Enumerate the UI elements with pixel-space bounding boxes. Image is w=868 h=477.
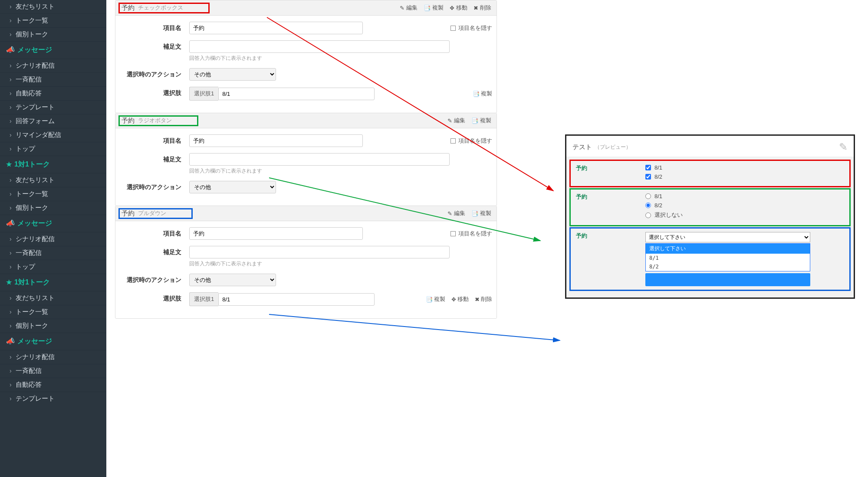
sidebar-item[interactable]: › シナリオ配信 <box>0 350 106 364</box>
sidebar-item[interactable]: › 一斉配信 <box>0 72 106 86</box>
preview-header: テスト （プレビュー） ✎ <box>566 136 854 157</box>
preview-dropdown-option[interactable]: 8/1 <box>646 254 810 262</box>
supplement-input[interactable] <box>189 40 450 53</box>
hide-item-name[interactable]: 項目名を隠す <box>450 227 492 238</box>
sidebar-section-message[interactable]: 📣メッセージ <box>0 215 106 232</box>
preview-checkbox[interactable] <box>645 165 651 170</box>
preview-field-label: 予約 <box>576 232 645 271</box>
label-supplement: 補足文 <box>120 246 189 256</box>
preview-field-label: 予約 <box>576 164 645 183</box>
checkbox-icon <box>450 138 456 144</box>
sidebar-item[interactable]: › テンプレート <box>0 392 106 405</box>
sidebar-item[interactable]: › 一斉配信 <box>0 246 106 260</box>
on-select-dropdown[interactable]: その他 <box>189 274 276 286</box>
preview-pulldown-section: 予約 選択して下さい 選択して下さい 8/1 8/2 <box>571 229 849 290</box>
panel-body: 項目名 項目名を隠す 補足文 回答入力欄の下に表示されます 選択時のアクション … <box>115 128 496 206</box>
item-name-input[interactable] <box>189 134 363 147</box>
supplement-input[interactable] <box>189 153 450 166</box>
sidebar-item[interactable]: › 自動応答 <box>0 378 106 392</box>
panel-subtitle: チェックボックス <box>138 4 183 12</box>
preview-radio[interactable] <box>645 203 651 208</box>
star-icon: ★ <box>6 160 12 168</box>
preview-dropdown-option[interactable]: 8/2 <box>646 262 810 271</box>
sidebar-item[interactable]: › トップ <box>0 142 106 156</box>
sidebar-item[interactable]: › リマインダ配信 <box>0 128 106 142</box>
choice-input[interactable] <box>218 88 375 100</box>
panel-actions: ✎編集 📑複製 <box>447 117 491 124</box>
checkbox-icon <box>450 26 456 31</box>
star-icon: ★ <box>6 278 12 286</box>
sidebar-item[interactable]: › 個別トーク <box>0 319 106 333</box>
preview-submit-button[interactable] <box>645 273 810 286</box>
copy-icon: 📑 <box>424 5 431 11</box>
sidebar-section-message[interactable]: 📣メッセージ <box>0 41 106 59</box>
label-on-select: 選択時のアクション <box>120 181 189 191</box>
chevron-right-icon: › <box>10 118 14 124</box>
move-button[interactable]: ✥移動 <box>450 4 467 12</box>
choice-delete-button[interactable]: ✖削除 <box>475 295 492 303</box>
sidebar-item[interactable]: › 個別トーク <box>0 27 106 41</box>
sidebar-item[interactable]: › トーク一覧 <box>0 305 106 319</box>
duplicate-button[interactable]: 📑複製 <box>471 117 491 124</box>
choice-input[interactable] <box>218 293 375 306</box>
supplement-input[interactable] <box>189 246 450 258</box>
pencil-icon[interactable]: ✎ <box>839 141 848 153</box>
chevron-right-icon: › <box>10 176 14 183</box>
panel-actions: ✎編集 📑複製 ✥移動 ✖削除 <box>400 4 491 12</box>
panel-subtitle: プルダウン <box>138 209 166 217</box>
duplicate-button[interactable]: 📑複製 <box>424 4 444 12</box>
choice-move-button[interactable]: ✥移動 <box>451 295 469 303</box>
delete-button[interactable]: ✖削除 <box>473 4 491 12</box>
chevron-right-icon: › <box>10 31 14 38</box>
sidebar-item[interactable]: › シナリオ配信 <box>0 232 106 246</box>
item-name-input[interactable] <box>189 22 363 34</box>
hide-item-name[interactable]: 項目名を隠す <box>450 22 492 32</box>
choice-duplicate-button[interactable]: 📑複製 <box>426 295 445 303</box>
on-select-dropdown[interactable]: その他 <box>189 181 276 193</box>
sidebar-item[interactable]: › 友だちリスト <box>0 173 106 187</box>
chevron-right-icon: › <box>10 235 14 242</box>
sidebar-item[interactable]: › 個別トーク <box>0 201 106 215</box>
sidebar-section-message[interactable]: 📣メッセージ <box>0 333 106 350</box>
chevron-right-icon: › <box>10 353 14 360</box>
preview-subtitle: （プレビュー） <box>595 144 631 151</box>
preview-select[interactable]: 選択して下さい <box>645 232 810 242</box>
label-supplement: 補足文 <box>120 40 189 51</box>
hide-item-name[interactable]: 項目名を隠す <box>450 134 492 145</box>
panel-title: 予約 <box>122 209 135 218</box>
edit-button[interactable]: ✎編集 <box>447 117 465 124</box>
chevron-right-icon: › <box>10 294 14 301</box>
preview-checkbox[interactable] <box>645 174 651 180</box>
sidebar-section-1on1[interactable]: ★1対1トーク <box>0 274 106 291</box>
panel-body: 項目名 項目名を隠す 補足文 回答入力欄の下に表示されます 選択時のアクション … <box>115 16 496 113</box>
preview-checkbox-section: 予約 8/1 8/2 <box>571 161 849 186</box>
move-icon: ✥ <box>451 296 456 303</box>
sidebar-item[interactable]: › シナリオ配信 <box>0 59 106 72</box>
sidebar-item[interactable]: › テンプレート <box>0 100 106 114</box>
sidebar-item[interactable]: › トーク一覧 <box>0 13 106 27</box>
sidebar-list: › 友だちリスト › トーク一覧 › 個別トーク 📣メッセージ › シナリオ配信… <box>0 0 106 405</box>
edit-button[interactable]: ✎編集 <box>400 4 418 12</box>
chevron-right-icon: › <box>10 322 14 329</box>
supplement-hint: 回答入力欄の下に表示されます <box>189 167 492 175</box>
sidebar-item[interactable]: › 友だちリスト <box>0 0 106 13</box>
preview-option-label: 8/1 <box>654 193 662 199</box>
copy-icon: 📑 <box>426 296 433 303</box>
sidebar-item[interactable]: › 友だちリスト <box>0 291 106 305</box>
preview-radio[interactable] <box>645 193 651 199</box>
edit-button[interactable]: ✎編集 <box>447 209 465 217</box>
on-select-dropdown[interactable]: その他 <box>189 68 276 81</box>
preview-radio[interactable] <box>645 212 651 218</box>
sidebar-item[interactable]: › トーク一覧 <box>0 187 106 201</box>
chevron-right-icon: › <box>10 131 14 138</box>
megaphone-icon: 📣 <box>6 337 15 345</box>
preview-dropdown-option[interactable]: 選択して下さい <box>646 244 810 254</box>
choice-duplicate-button[interactable]: 📑複製 <box>473 90 492 98</box>
sidebar-item[interactable]: › 一斉配信 <box>0 364 106 378</box>
duplicate-button[interactable]: 📑複製 <box>471 209 491 217</box>
sidebar-item[interactable]: › 回答フォーム <box>0 114 106 128</box>
sidebar-item[interactable]: › トップ <box>0 260 106 274</box>
sidebar-item[interactable]: › 自動応答 <box>0 86 106 100</box>
sidebar-section-1on1[interactable]: ★1対1トーク <box>0 156 106 173</box>
item-name-input[interactable] <box>189 227 363 240</box>
